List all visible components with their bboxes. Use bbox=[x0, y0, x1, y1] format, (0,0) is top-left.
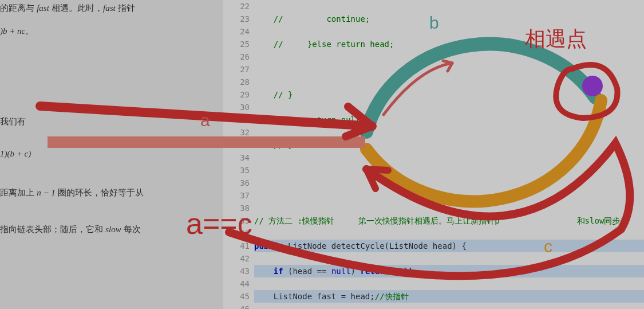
math-expr: )b + nc bbox=[0, 26, 25, 36]
desc-text: 圈的环长，恰好等于从 bbox=[56, 187, 144, 197]
line-number: 37 bbox=[223, 189, 250, 202]
line-gutter: 22 23 24 25 26 27 28 29 30 31 32 33 34 3… bbox=[223, 0, 254, 309]
code-comment: // } bbox=[254, 140, 293, 150]
line-number: 29 bbox=[223, 88, 250, 101]
code-comment: //快指针 bbox=[375, 292, 409, 301]
code-comment: // continue; bbox=[254, 14, 370, 24]
line-number: 41 bbox=[223, 240, 250, 252]
line-number: 33 bbox=[223, 139, 250, 151]
desc-text: 距离加上 bbox=[0, 187, 37, 197]
line-number: 35 bbox=[223, 164, 250, 177]
line-number: 28 bbox=[223, 76, 250, 88]
line-number: 30 bbox=[223, 101, 250, 114]
code-editor[interactable]: 22 23 24 25 26 27 28 29 30 31 32 33 34 3… bbox=[223, 0, 644, 309]
code-line bbox=[254, 189, 644, 202]
code-body[interactable]: // continue; // }else return head; // } … bbox=[254, 0, 644, 309]
code-comment: // } bbox=[254, 90, 293, 99]
line-number: 25 bbox=[223, 38, 250, 50]
code-text: ListNode detectCycle(ListNode head) { bbox=[283, 241, 467, 251]
line-number: 27 bbox=[223, 63, 250, 76]
line-number: 36 bbox=[223, 177, 250, 189]
math-expr: n − 1 bbox=[37, 188, 56, 197]
desc-text: 的距离与 bbox=[0, 3, 37, 13]
code-keyword: public bbox=[254, 241, 283, 251]
var-fast: fast bbox=[37, 3, 49, 13]
line-number: 40 bbox=[223, 227, 250, 240]
code-text: ) bbox=[351, 267, 361, 276]
desc-text: 相遇。此时， bbox=[49, 3, 103, 13]
code-text: ; bbox=[413, 267, 418, 276]
line-number: 44 bbox=[223, 277, 250, 290]
code-line bbox=[254, 63, 644, 76]
code-null: null bbox=[331, 267, 351, 276]
code-comment: // return null; bbox=[254, 115, 365, 124]
line-number: 39 bbox=[223, 214, 250, 227]
var-fast: fast bbox=[103, 3, 116, 13]
desc-text: 我们有 bbox=[0, 116, 26, 126]
line-number: 45 bbox=[223, 290, 250, 303]
var-slow: slow bbox=[105, 225, 121, 234]
code-keyword: if bbox=[254, 267, 283, 276]
line-number: 46 bbox=[223, 303, 250, 309]
description-pane: 的距离与 fast 相遇。此时，fast 指针 )b + nc。 我们有 1)(… bbox=[0, 0, 223, 309]
code-comment: 第一次快慢指针相遇后。马上让新指针p bbox=[334, 216, 500, 225]
line-number: 32 bbox=[223, 126, 250, 139]
code-keyword: return bbox=[360, 267, 389, 276]
line-number: 42 bbox=[223, 252, 250, 265]
code-comment: // }else return head; bbox=[254, 40, 394, 49]
code-null: null bbox=[394, 267, 413, 276]
desc-text: 指针 bbox=[116, 3, 135, 13]
line-number: 23 bbox=[223, 13, 250, 25]
desc-text: 指向链表头部；随后，它和 bbox=[0, 224, 105, 234]
line-number: 26 bbox=[223, 50, 250, 63]
code-text: ListNode fast = head; bbox=[254, 292, 375, 301]
code-line bbox=[254, 164, 644, 177]
math-expr: 1)(b + c) bbox=[0, 149, 31, 158]
line-number: 31 bbox=[223, 114, 250, 126]
code-comment: // 方法二 :快慢指针 bbox=[254, 216, 334, 225]
root-container: 的距离与 fast 相遇。此时，fast 指针 )b + nc。 我们有 1)(… bbox=[0, 0, 644, 309]
desc-text: 。 bbox=[25, 26, 34, 36]
line-number: 24 bbox=[223, 25, 250, 38]
code-comment: 和slow同步走 bbox=[577, 216, 629, 225]
line-number: 22 bbox=[223, 0, 250, 13]
code-text: (head == bbox=[283, 267, 331, 276]
desc-text: 每次 bbox=[121, 224, 141, 234]
line-number: 38 bbox=[223, 202, 250, 214]
line-number: 43 bbox=[223, 265, 250, 277]
line-number: 34 bbox=[223, 151, 250, 164]
